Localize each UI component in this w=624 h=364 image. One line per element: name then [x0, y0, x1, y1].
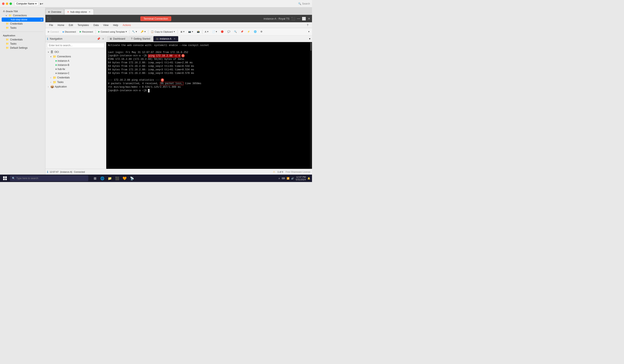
- pin-button[interactable]: 📌: [239, 29, 245, 35]
- menu-edit[interactable]: Edit: [67, 23, 75, 27]
- tree-item-instance-b[interactable]: › ■ instance-B: [46, 63, 105, 67]
- tab-instance-a-close[interactable]: ✕: [174, 37, 176, 40]
- tray-network-icon: 📶: [287, 177, 289, 180]
- chat-button[interactable]: 💬: [226, 29, 232, 35]
- folder-icon: 📁: [53, 80, 56, 84]
- tree-item-credentials[interactable]: › 📁 Credentials: [46, 75, 105, 80]
- nav-search-input[interactable]: [47, 43, 104, 48]
- screen-button[interactable]: 🖥 ▾: [179, 29, 186, 35]
- sidebar-item-credentials[interactable]: 📁 Credentials: [2, 22, 44, 26]
- record-button[interactable]: 🔴: [219, 29, 225, 35]
- tree-item-tasks[interactable]: › 📁 Tasks: [46, 80, 105, 84]
- sidebar-item-connections[interactable]: ▾ 📁 Connections: [2, 13, 44, 18]
- capture-button[interactable]: 📸: [195, 29, 201, 35]
- template-icon: ▶: [98, 30, 100, 33]
- sidebar-item-default-settings[interactable]: 📁 Default Settings: [2, 46, 44, 50]
- taskbar-app-oracle[interactable]: 🧡: [121, 175, 128, 182]
- scroll-thumb: [310, 43, 312, 51]
- chevron-down-icon: ▾: [35, 2, 37, 5]
- font-button[interactable]: A ▾: [203, 29, 210, 35]
- close-button[interactable]: [2, 2, 4, 5]
- terminal-panel: ⊞ Dashboard ? Getting Started ⬛ instance…: [106, 35, 312, 169]
- tree-item-oci[interactable]: ▾ 🗄 OCI: [46, 50, 105, 54]
- sidebar-item-app-credentials[interactable]: 📁 Credentials: [2, 38, 44, 42]
- folder-icon: 📁: [53, 55, 56, 58]
- taskbar-app-terminal[interactable]: ⬛: [114, 175, 121, 182]
- term-line-9: 64 bytes from 172.16.2.88: icmp_seq=4 tt…: [108, 72, 310, 75]
- tray-up-arrow[interactable]: ∧: [278, 177, 280, 180]
- close-nav-button[interactable]: ✕: [102, 37, 104, 40]
- sidebar-item-hub-step-stone[interactable]: ● hub-step-stone ⏏: [2, 18, 44, 22]
- separator: [96, 30, 96, 34]
- sidebar-item-app-tasks[interactable]: 📁 Tasks: [2, 42, 44, 46]
- minimize-button[interactable]: [6, 2, 8, 5]
- maximize-button[interactable]: [9, 2, 12, 5]
- layout-icon[interactable]: ⬛: [47, 17, 51, 21]
- menu-templates[interactable]: Templates: [76, 23, 91, 27]
- restore-icon[interactable]: ⬛: [291, 17, 295, 21]
- disconnect-button[interactable]: ■ Disconnect: [61, 29, 78, 35]
- main-content-area: ℹ Navigation 📌 ✕ ▾ 🗄 OCI: [45, 35, 312, 169]
- tools-button[interactable]: 🔧 ▾: [130, 29, 139, 35]
- tree-item-instance-c[interactable]: › ■ instance-C: [46, 71, 105, 75]
- tree-item-application[interactable]: › 📦 Application: [46, 84, 105, 89]
- tab-overflow-button[interactable]: ▾: [308, 37, 311, 40]
- menu-actions[interactable]: Actions: [121, 23, 133, 27]
- settings-button[interactable]: ⚙: [259, 29, 264, 35]
- mac-search-bar[interactable]: 🔍 Search: [298, 2, 310, 5]
- nav-tree: ▾ 🗄 OCI ▾ 📁 Connections › ■ instance: [45, 49, 106, 167]
- menu-home[interactable]: Home: [55, 23, 66, 27]
- menu-help-icon[interactable]: ?: [305, 23, 310, 27]
- app-icon: 📦: [50, 85, 54, 88]
- network-button[interactable]: 🌐: [252, 29, 258, 35]
- start-button[interactable]: [2, 175, 8, 182]
- tab-close-button[interactable]: ✕: [88, 10, 91, 13]
- close-icon[interactable]: ✕: [308, 17, 310, 21]
- term-line-3: Last login: Fri May 31 12:07:07 2024 fro…: [108, 51, 310, 54]
- key-button[interactable]: 🔑 ▾: [139, 29, 147, 35]
- computer-name-dropdown[interactable]: Computer Name ▾: [14, 2, 38, 6]
- connect-template-button[interactable]: ▶ Connect using Template ▾: [97, 29, 129, 35]
- taskbar-app-edge[interactable]: 🌐: [99, 175, 106, 182]
- notification-icon[interactable]: 🔔: [308, 177, 310, 180]
- menu-data[interactable]: Data: [91, 23, 101, 27]
- reconnect-button[interactable]: ▶ Reconnect: [78, 29, 95, 35]
- tree-item-instance-a[interactable]: › ■ instance-A: [46, 59, 105, 63]
- taskbar-app-royal[interactable]: 📡: [129, 175, 135, 182]
- tree-item-hub-fw[interactable]: › ■ hub-fw: [46, 67, 105, 71]
- search-label: Search: [302, 2, 310, 5]
- minimize-icon[interactable]: —: [297, 17, 300, 21]
- menu-view[interactable]: View: [101, 23, 111, 27]
- screenshot-button[interactable]: 📷 ▾: [186, 29, 195, 35]
- nav-panel-header: ℹ Navigation 📌 ✕: [45, 35, 106, 42]
- doc-button[interactable]: 📄 ▾: [210, 29, 219, 35]
- menu-help[interactable]: Help: [111, 23, 120, 27]
- taskbar-search[interactable]: 🔍 Type here to search: [10, 175, 88, 181]
- maximize-icon[interactable]: ⬜: [302, 17, 306, 21]
- tab-overview[interactable]: ⊞ Overview: [45, 9, 64, 15]
- separator: [202, 30, 203, 34]
- play-dropdown[interactable]: ▾: [42, 2, 43, 5]
- chevron-down-icon: ▾: [47, 51, 50, 53]
- search-button[interactable]: 🔍: [232, 29, 238, 35]
- pin-icon[interactable]: 📌: [97, 37, 100, 40]
- copy-clipboard-button[interactable]: 📋 Copy to Clipboard ▾: [149, 29, 176, 35]
- sidebar-item-tasks[interactable]: 📁 Tasks: [2, 26, 44, 30]
- status-connected: Connected: [74, 171, 85, 173]
- menu-file[interactable]: File: [47, 23, 55, 27]
- overflow-button[interactable]: ▾: [307, 29, 311, 35]
- taskbar-app-taskview[interactable]: ⊞: [92, 175, 98, 182]
- tab-getting-started[interactable]: ? Getting Started: [128, 36, 153, 42]
- svg-rect-3: [5, 179, 7, 180]
- tree-item-connections[interactable]: ▾ 📁 Connections: [46, 54, 105, 59]
- terminal-scrollbar[interactable]: [310, 42, 312, 169]
- highlight-1: ping 172.16.2.88 -c 4: [148, 54, 180, 57]
- tab-dashboard[interactable]: ⊞ Dashboard: [107, 36, 128, 42]
- connect-button[interactable]: ▶ Connect: [46, 29, 60, 35]
- taskbar-search-placeholder: Type here to search: [16, 177, 38, 180]
- tab-hub-step-stone[interactable]: ✕ hub-step-stone ✕: [64, 9, 94, 15]
- tab-instance-a[interactable]: ⬛ instance-A ✕: [153, 36, 178, 42]
- play-button[interactable]: ▶: [40, 2, 42, 5]
- signal-button[interactable]: ⚡: [246, 29, 252, 35]
- taskbar-app-explorer[interactable]: 📁: [106, 175, 113, 182]
